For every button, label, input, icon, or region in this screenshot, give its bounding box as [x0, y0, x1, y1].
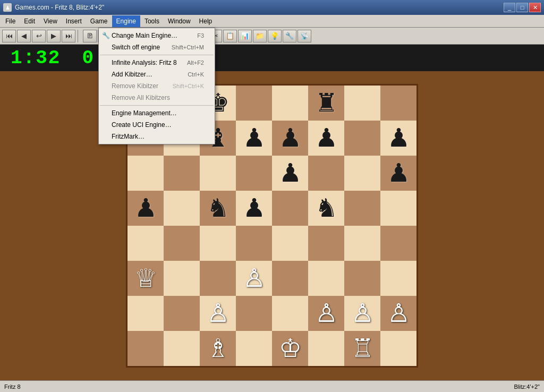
infinite-shortcut: Alt+F2 — [187, 59, 204, 66]
cell-3-5[interactable]: ♞ — [308, 191, 344, 226]
menu-switch-off-engine[interactable]: Switch off engine Shift+Ctrl+M — [99, 41, 215, 53]
remove-all-inner: Remove All Kibitzers — [112, 94, 204, 101]
cell-4-1[interactable] — [164, 226, 200, 261]
menu-game-label: Game — [90, 18, 108, 25]
maximize-button[interactable]: □ — [516, 3, 528, 12]
cell-6-5[interactable]: ♙ — [308, 296, 344, 331]
cell-4-6[interactable] — [344, 226, 380, 261]
cell-4-0[interactable] — [128, 226, 164, 261]
cell-7-4[interactable]: ♔ — [272, 331, 308, 366]
toolbar-btn14[interactable]: 📡 — [298, 30, 311, 42]
cell-2-5[interactable] — [308, 156, 344, 191]
cell-6-6[interactable]: ♙ — [344, 296, 380, 331]
menu-window-label: Window — [168, 18, 191, 25]
cell-6-2[interactable]: ♙ — [200, 296, 236, 331]
cell-7-1[interactable] — [164, 331, 200, 366]
cell-3-3[interactable]: ♟ — [236, 191, 272, 226]
cell-5-1[interactable] — [164, 261, 200, 296]
toolbar-start[interactable]: ⏮ — [2, 30, 16, 42]
menu-engine-label: Engine — [116, 18, 136, 25]
menu-file-label: File — [5, 18, 15, 25]
cell-4-4[interactable] — [272, 226, 308, 261]
cell-6-1[interactable] — [164, 296, 200, 331]
cell-1-5[interactable]: ♟ — [308, 121, 344, 156]
cell-3-4[interactable] — [272, 191, 308, 226]
cell-7-6[interactable]: ♖ — [344, 331, 380, 366]
menu-sep2 — [100, 105, 214, 106]
cell-6-7[interactable]: ♙ — [380, 296, 416, 331]
menu-add-kibitzer[interactable]: Add Kibitzer… Ctrl+K — [99, 69, 215, 80]
toolbar-btn12[interactable]: 💡 — [268, 30, 282, 42]
cell-1-7[interactable]: ♟ — [380, 121, 416, 156]
menu-change-engine[interactable]: 🔧 Change Main Engine… F3 — [99, 30, 215, 41]
cell-4-2[interactable] — [200, 226, 236, 261]
cell-4-5[interactable] — [308, 226, 344, 261]
menu-tools[interactable]: Tools — [140, 15, 164, 27]
cell-2-4[interactable]: ♟ — [272, 156, 308, 191]
menu-file[interactable]: File — [1, 15, 20, 27]
cell-6-0[interactable] — [128, 296, 164, 331]
toolbar-btn13[interactable]: 🔧 — [283, 30, 296, 42]
cell-2-2[interactable] — [200, 156, 236, 191]
menu-engine[interactable]: Engine — [112, 15, 140, 27]
cell-0-5[interactable]: ♜ — [308, 86, 344, 121]
menu-create-uci[interactable]: Create UCI Engine… — [99, 119, 215, 131]
cell-1-3[interactable]: ♟ — [236, 121, 272, 156]
cell-4-3[interactable] — [236, 226, 272, 261]
cell-1-6[interactable] — [344, 121, 380, 156]
add-kibitzer-inner: Add Kibitzer… — [112, 71, 188, 78]
menu-help[interactable]: Help — [195, 15, 217, 27]
cell-7-0[interactable] — [128, 331, 164, 366]
cell-3-0[interactable]: ♟ — [128, 191, 164, 226]
statusbar-right: Blitz:4'+2" — [514, 384, 540, 390]
menu-window[interactable]: Window — [164, 15, 195, 27]
cell-5-7[interactable] — [380, 261, 416, 296]
toolbar-btn1[interactable]: 🖹 — [83, 30, 97, 42]
toolbar-btn10[interactable]: 📊 — [238, 30, 252, 42]
toolbar-end[interactable]: ⏭ — [62, 30, 75, 42]
menu-insert[interactable]: Insert — [62, 15, 86, 27]
cell-7-3[interactable] — [236, 331, 272, 366]
cell-6-3[interactable] — [236, 296, 272, 331]
menu-view[interactable]: View — [39, 15, 62, 27]
cell-1-4[interactable]: ♟ — [272, 121, 308, 156]
menu-fritzmark[interactable]: FritzMark… — [99, 131, 215, 142]
toolbar-back[interactable]: ↩ — [32, 30, 46, 42]
minimize-button[interactable]: _ — [504, 3, 515, 12]
cell-2-6[interactable] — [344, 156, 380, 191]
cell-3-1[interactable] — [164, 191, 200, 226]
cell-2-0[interactable] — [128, 156, 164, 191]
cell-7-7[interactable] — [380, 331, 416, 366]
toolbar-prev[interactable]: ◀ — [17, 30, 31, 42]
cell-3-2[interactable]: ♞ — [200, 191, 236, 226]
close-button[interactable]: ✕ — [529, 3, 541, 12]
toolbar-btn9[interactable]: 📋 — [223, 30, 237, 42]
toolbar-next[interactable]: ▶ — [47, 30, 61, 42]
menu-engine-management[interactable]: Engine Management… — [99, 107, 215, 119]
cell-2-3[interactable] — [236, 156, 272, 191]
cell-3-6[interactable] — [344, 191, 380, 226]
menu-game[interactable]: Game — [86, 15, 112, 27]
cell-5-4[interactable] — [272, 261, 308, 296]
cell-5-6[interactable] — [344, 261, 380, 296]
cell-3-7[interactable] — [380, 191, 416, 226]
cell-0-4[interactable] — [272, 86, 308, 121]
cell-0-6[interactable] — [344, 86, 380, 121]
menu-edit[interactable]: Edit — [20, 15, 39, 27]
cell-2-1[interactable] — [164, 156, 200, 191]
cell-0-3[interactable] — [236, 86, 272, 121]
menu-infinite-analysis[interactable]: Infinite Analysis: Fritz 8 Alt+F2 — [99, 57, 215, 69]
toolbar-btn11[interactable]: 📁 — [253, 30, 267, 42]
cell-6-4[interactable] — [272, 296, 308, 331]
cell-2-7[interactable]: ♟ — [380, 156, 416, 191]
cell-0-7[interactable] — [380, 86, 416, 121]
cell-5-2[interactable] — [200, 261, 236, 296]
cell-4-7[interactable] — [380, 226, 416, 261]
cell-7-5[interactable] — [308, 331, 344, 366]
white-clock: 1:32 — [5, 45, 66, 71]
cell-5-0[interactable]: ♕ — [128, 261, 164, 296]
cell-5-5[interactable] — [308, 261, 344, 296]
cell-7-2[interactable]: ♗ — [200, 331, 236, 366]
board-container: ♛♚♜♝♟♟♟♟♟♟♟♞♟♞♕♙♙♙♙♙♗♔♖ — [0, 71, 544, 380]
cell-5-3[interactable]: ♙ — [236, 261, 272, 296]
